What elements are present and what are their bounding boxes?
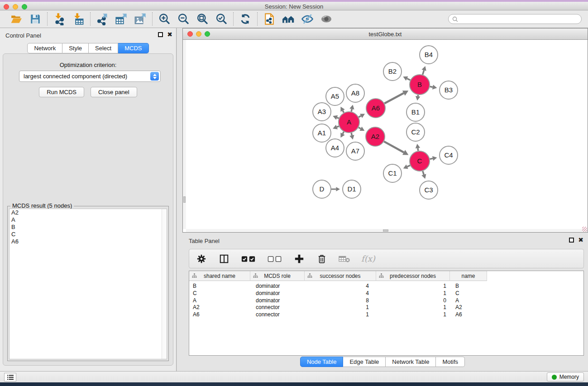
- table-cell[interactable]: A6: [189, 311, 250, 319]
- table-row[interactable]: A2connector11A2: [189, 304, 583, 311]
- graph-node-C[interactable]: C: [410, 151, 430, 171]
- graph-node-A5[interactable]: A5: [326, 87, 344, 105]
- tab-style[interactable]: Style: [62, 43, 89, 53]
- column-header-predecessor-nodes[interactable]: predecessor nodes: [376, 271, 450, 281]
- graph-edge-A-A8[interactable]: [349, 105, 354, 111]
- table-row[interactable]: Adominator80A: [189, 297, 583, 305]
- table-cell[interactable]: 1: [305, 304, 376, 311]
- export-network-icon[interactable]: [96, 13, 109, 25]
- search-input[interactable]: [460, 16, 578, 22]
- import-table-icon[interactable]: [72, 13, 85, 25]
- table-cell[interactable]: connector: [250, 304, 305, 311]
- graph-node-B2[interactable]: B2: [383, 62, 402, 81]
- zoom-out-icon[interactable]: [177, 13, 190, 25]
- table-cell[interactable]: B: [189, 283, 250, 290]
- column-header-shared-name[interactable]: shared name: [189, 271, 250, 281]
- graph-node-A[interactable]: A: [339, 112, 359, 133]
- zoom-selected-icon[interactable]: [215, 13, 228, 25]
- graph-node-A8[interactable]: A8: [346, 84, 364, 102]
- table-cell[interactable]: 4: [305, 283, 376, 290]
- mcds-result-list[interactable]: A2ABCA6: [9, 209, 167, 359]
- hide-eye-icon[interactable]: [301, 13, 314, 25]
- graph-edge-A-A7[interactable]: [349, 133, 354, 139]
- graph-edge-C-C1[interactable]: [403, 165, 410, 169]
- graph-node-B4[interactable]: B4: [420, 46, 438, 64]
- deselect-checkboxes-icon[interactable]: [267, 253, 282, 265]
- graph-node-B3[interactable]: B3: [440, 81, 458, 99]
- network-window-titlebar[interactable]: testGlobe.txt: [183, 29, 588, 40]
- table-cell[interactable]: 1: [376, 311, 450, 319]
- open-session-icon[interactable]: [10, 13, 23, 25]
- add-column-icon[interactable]: [293, 253, 305, 265]
- column-header-successor-nodes[interactable]: successor nodes: [305, 271, 376, 281]
- network-h-scrollbar[interactable]: [186, 229, 588, 232]
- table-cell[interactable]: 4: [305, 290, 376, 297]
- table-cell[interactable]: A2: [189, 304, 250, 311]
- window-resize-grip[interactable]: [582, 227, 587, 232]
- result-list-item[interactable]: A: [10, 216, 167, 224]
- graph-node-A3[interactable]: A3: [313, 103, 331, 121]
- graph-edge-C-C2[interactable]: [416, 144, 420, 151]
- table-cell[interactable]: C: [189, 290, 250, 297]
- run-mcds-button[interactable]: Run MCDS: [39, 87, 84, 97]
- tab-motifs[interactable]: Motifs: [436, 357, 465, 367]
- tab-network-table[interactable]: Network Table: [386, 357, 436, 367]
- graph-edge-A-A6[interactable]: [359, 114, 365, 118]
- graph-node-C4[interactable]: C4: [440, 146, 458, 164]
- table-cell[interactable]: A2: [450, 304, 487, 311]
- task-history-button[interactable]: [4, 373, 16, 381]
- graph-node-A1[interactable]: A1: [313, 124, 331, 142]
- tab-node-table[interactable]: Node Table: [300, 357, 344, 367]
- graph-edge-A-A5[interactable]: [340, 107, 344, 113]
- refresh-icon[interactable]: [239, 13, 252, 25]
- table-cell[interactable]: 1: [376, 283, 450, 290]
- export-image-icon[interactable]: [134, 13, 147, 25]
- select-all-checkboxes-icon[interactable]: [241, 253, 256, 265]
- export-table-icon[interactable]: [115, 13, 128, 25]
- table-cell[interactable]: 1: [376, 304, 450, 311]
- session-doc-icon[interactable]: [263, 13, 276, 25]
- function-builder-icon[interactable]: f(x): [361, 254, 375, 263]
- optimization-criterion-dropdown[interactable]: largest connected component (directed): [19, 71, 161, 82]
- zoom-fit-icon[interactable]: [196, 13, 209, 25]
- table-cell[interactable]: B: [450, 283, 487, 290]
- graph-node-A4[interactable]: A4: [326, 139, 344, 157]
- graph-node-B1[interactable]: B1: [406, 103, 425, 121]
- column-header-name[interactable]: name: [450, 271, 487, 281]
- graph-edge-B-B2[interactable]: [403, 76, 410, 81]
- tab-mcds[interactable]: MCDS: [118, 43, 148, 53]
- home-icon[interactable]: [282, 13, 295, 25]
- graph-edge-A-A2[interactable]: [359, 127, 364, 131]
- graph-node-A2[interactable]: A2: [366, 127, 385, 146]
- show-eye-icon[interactable]: [320, 13, 333, 25]
- network-v-scrollbar[interactable]: [183, 40, 186, 229]
- graph-node-C2[interactable]: C2: [406, 123, 425, 141]
- table-cell[interactable]: dominator: [250, 297, 305, 305]
- float-panel-icon[interactable]: [158, 32, 163, 37]
- delete-table-icon[interactable]: [339, 253, 350, 265]
- graph-node-A6[interactable]: A6: [366, 99, 385, 118]
- memory-button[interactable]: Memory: [547, 372, 584, 381]
- graph-edge-A2-C[interactable]: [384, 142, 408, 155]
- table-cell[interactable]: 1: [305, 311, 376, 319]
- graph-edge-B-B4[interactable]: [422, 66, 426, 75]
- graph-edge-C-C3[interactable]: [421, 171, 426, 179]
- import-network-icon[interactable]: [53, 13, 66, 25]
- graph-edge-B-B3[interactable]: [430, 85, 437, 89]
- tab-network[interactable]: Network: [27, 43, 62, 53]
- v-scrollbar-thumb[interactable]: [183, 196, 186, 203]
- settings-gear-icon[interactable]: [196, 253, 207, 265]
- graph-node-C1[interactable]: C1: [383, 164, 402, 182]
- graph-edge-B-B1[interactable]: [416, 95, 420, 101]
- graph-node-D[interactable]: D: [313, 180, 331, 198]
- table-cell[interactable]: connector: [250, 311, 305, 319]
- graph-node-D1[interactable]: D1: [343, 180, 361, 198]
- table-cell[interactable]: C: [450, 290, 487, 297]
- graph-node-B[interactable]: B: [410, 75, 430, 95]
- graph-edge-C-C4[interactable]: [430, 156, 437, 161]
- close-panel-icon[interactable]: ✖: [167, 32, 172, 37]
- graph-edge-A6-B[interactable]: [384, 91, 408, 103]
- result-list-item[interactable]: C: [10, 231, 167, 238]
- table-cell[interactable]: 8: [305, 297, 376, 305]
- result-list-item[interactable]: B: [10, 224, 167, 231]
